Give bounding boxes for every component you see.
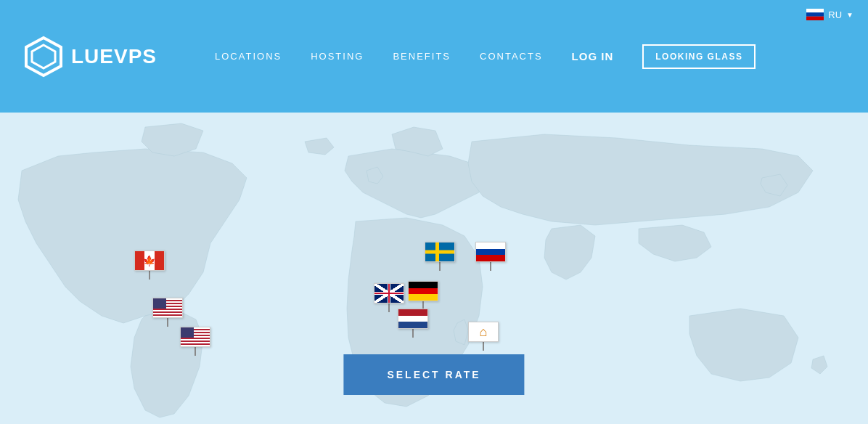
flag-netherlands	[398, 309, 428, 329]
pin-usa-1[interactable]	[152, 298, 183, 327]
flag-uk	[374, 283, 404, 303]
select-rate-button[interactable]: SELECT RATE	[343, 354, 524, 395]
login-button[interactable]: LOG IN	[572, 50, 614, 62]
pin-needle	[483, 342, 484, 351]
flag-germany	[408, 281, 438, 301]
pin-needle	[167, 318, 168, 327]
pin-russia[interactable]	[475, 242, 506, 271]
cyprus-shape-icon: ⌂	[480, 325, 488, 340]
svg-rect-2	[806, 17, 824, 20]
pin-needle	[149, 271, 150, 280]
flag-cyprus: ⌂	[468, 322, 499, 342]
flag-canada: 🍁	[134, 250, 165, 271]
pin-needle	[412, 329, 414, 338]
main-nav: LOCATIONS HOSTING BENEFITS CONTACTS LOG …	[215, 44, 846, 69]
pin-usa-2[interactable]	[180, 327, 210, 356]
pin-germany[interactable]	[408, 281, 438, 310]
looking-glass-button[interactable]: LOOKING GLASS	[642, 44, 756, 69]
flag-usa-1	[152, 298, 183, 318]
pin-uk[interactable]	[374, 283, 404, 312]
pin-needle	[195, 347, 196, 356]
pin-needle	[388, 303, 390, 312]
lang-label: RU	[828, 9, 842, 20]
pin-cyprus[interactable]: ⌂	[468, 322, 499, 351]
logo-icon	[22, 35, 65, 78]
map-section: 🍁	[0, 113, 868, 424]
logo-text: LUEVPS	[71, 45, 157, 68]
pin-needle	[439, 262, 441, 271]
pin-canada[interactable]: 🍁	[134, 250, 165, 280]
pin-needle	[490, 262, 491, 271]
pin-sweden[interactable]	[425, 242, 455, 271]
svg-rect-0	[806, 9, 824, 12]
svg-rect-1	[806, 12, 824, 16]
nav-contacts[interactable]: CONTACTS	[480, 51, 543, 62]
flag-sweden	[425, 242, 455, 262]
nav-hosting[interactable]: HOSTING	[311, 51, 364, 62]
chevron-down-icon: ▼	[846, 11, 853, 19]
ru-flag-icon	[806, 9, 824, 20]
nav-benefits[interactable]: BENEFITS	[393, 51, 451, 62]
flag-russia	[475, 242, 506, 262]
nav-locations[interactable]: LOCATIONS	[215, 51, 282, 62]
logo[interactable]: LUEVPS	[22, 35, 157, 78]
svg-marker-4	[32, 45, 55, 68]
pin-netherlands[interactable]	[398, 309, 428, 338]
flag-usa-2	[180, 327, 210, 347]
language-selector[interactable]: RU ▼	[806, 9, 853, 20]
header: RU ▼ LUEVPS LOCATIONS HOSTING BENEFITS C…	[0, 0, 868, 113]
